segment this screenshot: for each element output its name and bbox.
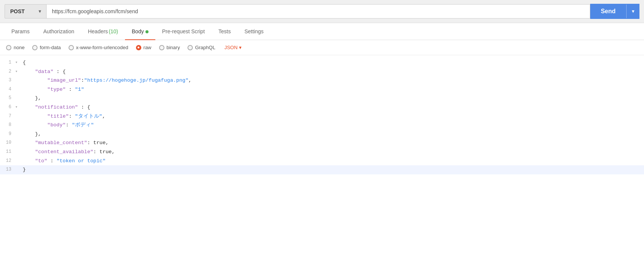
body-type-graphql[interactable]: GraphQL xyxy=(188,45,215,50)
code-line-13: 13 } xyxy=(0,165,644,174)
code-line-4: 4 "type" : "1" xyxy=(0,85,644,94)
body-type-urlencoded[interactable]: x-www-form-urlencoded xyxy=(69,45,128,50)
radio-raw-icon xyxy=(136,45,141,50)
tab-authorization[interactable]: Authorization xyxy=(36,23,81,40)
send-button[interactable]: Send ▾ xyxy=(590,4,639,19)
radio-form-data-icon xyxy=(32,45,38,50)
body-type-form-data[interactable]: form-data xyxy=(32,45,61,50)
code-line-5: 5 }, xyxy=(0,94,644,103)
code-line-3: 3 "image_url":"https://hogehoge.jp/fugaf… xyxy=(0,76,644,85)
radio-none-icon xyxy=(6,45,11,50)
body-active-dot xyxy=(145,30,148,33)
code-line-6: 6 ▾ "notification" : { xyxy=(0,103,644,112)
body-type-binary[interactable]: binary xyxy=(159,45,180,50)
body-type-bar: none form-data x-www-form-urlencoded raw… xyxy=(0,40,644,55)
method-selector[interactable]: POST ▾ xyxy=(5,4,46,19)
code-line-1: 1 ▾ { xyxy=(0,58,644,67)
send-label: Send xyxy=(590,4,626,19)
top-bar: POST ▾ Send ▾ xyxy=(0,0,644,23)
body-type-none[interactable]: none xyxy=(6,45,25,50)
code-line-8: 8 "body": "ボディ" xyxy=(0,121,644,130)
body-type-raw[interactable]: raw xyxy=(136,45,152,50)
tab-headers[interactable]: Headers(10) xyxy=(81,23,125,40)
json-chevron-icon: ▾ xyxy=(239,45,242,50)
code-line-11: 11 "content_available": true, xyxy=(0,148,644,157)
code-editor[interactable]: 1 ▾ { 2 ▾ "data" : { 3 "image_url":"http… xyxy=(0,55,644,177)
radio-binary-icon xyxy=(159,45,164,50)
radio-graphql-icon xyxy=(188,45,193,50)
line-1-arrow[interactable]: ▾ xyxy=(15,59,21,66)
method-chevron-icon: ▾ xyxy=(39,9,41,14)
json-label: JSON xyxy=(224,45,238,50)
code-line-10: 10 "mutable_content": true, xyxy=(0,138,644,148)
line-6-arrow[interactable]: ▾ xyxy=(15,103,21,111)
tab-params[interactable]: Params xyxy=(5,23,36,40)
method-label: POST xyxy=(10,8,25,14)
tab-settings[interactable]: Settings xyxy=(238,23,270,40)
tab-body[interactable]: Body xyxy=(125,23,155,40)
tab-tests[interactable]: Tests xyxy=(212,23,238,40)
tab-bar: Params Authorization Headers(10) Body Pr… xyxy=(0,23,644,40)
code-line-2: 2 ▾ "data" : { xyxy=(0,67,644,76)
send-arrow-icon: ▾ xyxy=(626,5,639,18)
line-2-arrow[interactable]: ▾ xyxy=(15,68,21,75)
radio-urlencoded-icon xyxy=(69,45,74,50)
code-line-9: 9 }, xyxy=(0,130,644,139)
headers-badge: (10) xyxy=(109,28,118,34)
code-line-7: 7 "title": "タイトル", xyxy=(0,112,644,121)
tab-pre-request[interactable]: Pre-request Script xyxy=(155,23,212,40)
url-input[interactable] xyxy=(46,4,590,19)
code-line-12: 12 "to" : "token or topic" xyxy=(0,157,644,166)
json-dropdown[interactable]: JSON ▾ xyxy=(224,45,242,50)
